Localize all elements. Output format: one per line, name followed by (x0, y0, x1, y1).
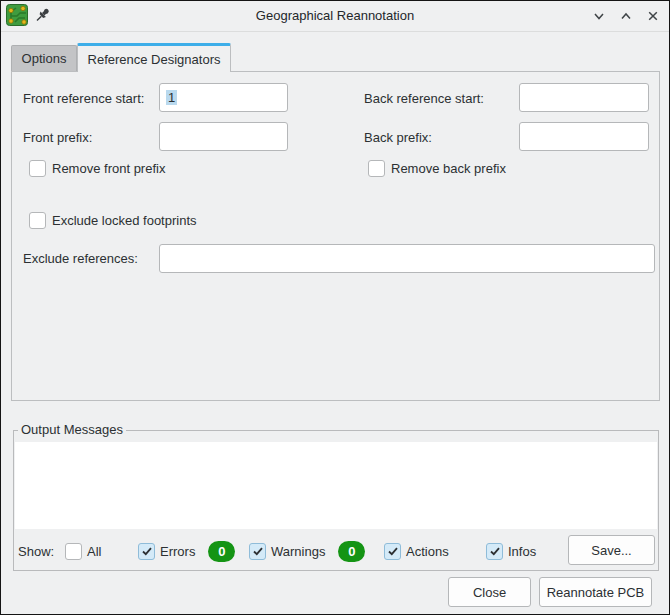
exclude-locked-footprints-label: Exclude locked footprints (52, 213, 197, 228)
exclude-locked-footprints-checkbox[interactable] (29, 212, 46, 229)
tab-options-label: Options (22, 51, 67, 66)
checkmark-icon (489, 545, 501, 557)
show-filters-label: Show: (18, 544, 54, 559)
warnings-count-badge: 0 (338, 541, 365, 562)
checkmark-icon (252, 545, 264, 557)
actions-checkbox[interactable] (384, 543, 401, 560)
save-button[interactable]: Save... (568, 535, 655, 565)
back-prefix-label: Back prefix: (364, 130, 432, 146)
filter-actions[interactable]: Actions (384, 542, 449, 560)
titlebar[interactable]: Geographical Reannotation (1, 1, 669, 32)
maximize-icon[interactable] (618, 9, 633, 24)
output-messages-group-label: Output Messages (18, 422, 126, 437)
filter-errors[interactable]: Errors 0 (138, 542, 235, 560)
front-reference-start-label: Front reference start: (23, 91, 144, 107)
filter-warnings-label: Warnings (271, 544, 325, 559)
filter-all-label: All (87, 544, 101, 559)
minimize-icon[interactable] (591, 9, 606, 24)
exclude-references-label: Exclude references: (23, 251, 138, 267)
filter-actions-label: Actions (406, 544, 449, 559)
tab-reference-designators[interactable]: Reference Designators (77, 43, 231, 72)
front-prefix-label: Front prefix: (23, 130, 92, 146)
warnings-checkbox[interactable] (249, 543, 266, 560)
save-button-label: Save... (591, 543, 631, 558)
filter-warnings[interactable]: Warnings 0 (249, 542, 365, 560)
back-reference-start-label: Back reference start: (364, 91, 484, 107)
filter-infos-label: Infos (508, 544, 536, 559)
output-messages-area[interactable] (15, 442, 657, 529)
front-reference-start-value: 1 (166, 90, 177, 105)
infos-checkbox[interactable] (486, 543, 503, 560)
remove-front-prefix-checkbox[interactable] (29, 160, 46, 177)
remove-front-prefix-checkbox-row[interactable]: Remove front prefix (29, 160, 165, 177)
close-button[interactable]: Close (448, 577, 531, 607)
close-icon[interactable] (645, 9, 660, 24)
geographical-reannotation-dialog: Geographical Reannotation Options Refere… (0, 0, 670, 615)
back-prefix-input[interactable] (519, 122, 649, 151)
errors-checkbox[interactable] (138, 543, 155, 560)
tab-options[interactable]: Options (11, 45, 77, 71)
front-reference-start-input[interactable]: 1 (159, 83, 288, 112)
tab-reference-designators-label: Reference Designators (88, 52, 221, 67)
checkmark-icon (141, 545, 153, 557)
close-button-label: Close (473, 585, 506, 600)
filter-infos[interactable]: Infos (486, 542, 536, 560)
filter-all[interactable]: All (65, 542, 101, 560)
reference-designators-panel (11, 71, 660, 401)
window-controls (591, 1, 660, 31)
remove-front-prefix-label: Remove front prefix (52, 161, 165, 176)
remove-back-prefix-label: Remove back prefix (391, 161, 506, 176)
checkmark-icon (387, 545, 399, 557)
all-checkbox[interactable] (65, 543, 82, 560)
reannotate-pcb-button[interactable]: Reannotate PCB (539, 577, 652, 607)
front-prefix-input[interactable] (159, 122, 288, 151)
remove-back-prefix-checkbox-row[interactable]: Remove back prefix (368, 160, 506, 177)
errors-count-badge: 0 (208, 541, 235, 562)
remove-back-prefix-checkbox[interactable] (368, 160, 385, 177)
back-reference-start-input[interactable] (519, 83, 649, 112)
window-title: Geographical Reannotation (1, 1, 669, 31)
filter-errors-label: Errors (160, 544, 195, 559)
exclude-references-input[interactable] (159, 244, 655, 273)
exclude-locked-footprints-checkbox-row[interactable]: Exclude locked footprints (29, 212, 197, 229)
reannotate-pcb-button-label: Reannotate PCB (547, 585, 645, 600)
